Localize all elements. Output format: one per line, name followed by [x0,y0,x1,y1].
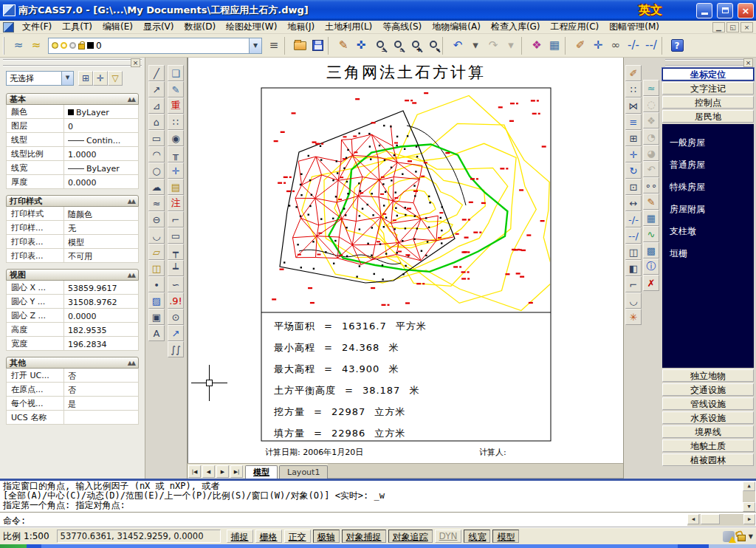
layer-tools-icon[interactable]: ≈ [643,80,659,96]
panel-list-item[interactable]: 房屋附属 [662,198,754,220]
save-icon[interactable] [309,37,326,55]
minimize-button[interactable] [696,3,712,18]
panel-category-button[interactable]: 管线设施 [662,397,754,410]
mdi-close-button[interactable]: × [740,22,753,32]
spline-icon[interactable]: ≈ [148,195,165,211]
zoom-extents-icon[interactable]: ✚ [405,37,423,55]
property-value[interactable]: 随颜色 [64,207,138,220]
layer-combo-dropdown-icon[interactable]: ▾ [249,38,261,53]
property-value[interactable]: 53859.9617 [64,281,138,294]
menu-item[interactable]: 土地利用(L) [320,20,377,34]
pan-icon[interactable]: ✜ [352,37,370,55]
points-icon[interactable]: ∘∘ [643,177,659,193]
slope-line-icon[interactable]: ↗ [168,325,184,341]
object-copy-icon[interactable]: ∞ [607,37,625,55]
object-erase-icon[interactable]: ✐ [571,37,589,55]
palette-grip[interactable] [3,59,142,66]
undo-icon[interactable]: ↶ [449,37,467,55]
rotate-icon[interactable]: ↻ [625,162,642,179]
text-icon[interactable]: A [148,325,165,341]
panel-category-button[interactable]: 文字注记 [662,82,754,95]
blocks-grid-icon[interactable]: ∷ [168,114,184,130]
select-objects-button[interactable]: ✛ [93,71,108,86]
tab-nav-button[interactable]: ▶| [230,465,243,478]
command-hscrollbar[interactable]: ◀ ▶ [687,514,755,526]
command-window[interactable]: 指定窗口的角点, 输入比例因子 (nX 或 nXP), 或者[全部(A)/中心(… [0,479,756,527]
ellipse-icon[interactable]: ⊖ [148,211,165,227]
property-value[interactable]: 模型 [64,235,138,248]
zoom-realtime2-icon[interactable]: ◕ [643,145,659,161]
property-value[interactable]: 0 [64,119,138,132]
panel-list-item[interactable]: 特殊房屋 [662,176,754,198]
property-value[interactable]: ByLayer [64,161,138,174]
copy-icon[interactable]: ∷ [625,81,642,97]
status-toggle-button[interactable]: 正交 [284,530,311,543]
panel-grip[interactable] [665,59,751,66]
extend-icon[interactable]: --/ [625,227,642,244]
panel-list-item[interactable]: 垣栅 [662,242,754,264]
status-toggle-button[interactable]: 对象追踪 [388,530,433,543]
panel-category-button[interactable]: 坐标定位 [662,68,754,81]
property-value[interactable]: 1.0000 [64,147,138,160]
point-icon[interactable]: ∙ [148,276,165,292]
property-value[interactable]: 196.2834 [64,337,138,350]
move-icon[interactable]: ✛ [625,146,642,162]
object-extend-icon[interactable]: --/ [642,37,660,55]
status-menu-arrow-icon[interactable]: ▼ [749,533,753,540]
section-header[interactable]: 基本▲▲ [6,93,139,105]
chamfer-icon[interactable]: ⌐ [625,276,642,292]
menu-item[interactable]: 显示(V) [138,20,179,34]
arc-icon[interactable]: ◠ [148,146,165,162]
status-toggle-button[interactable]: 模型 [492,530,519,543]
entity-erase-icon[interactable]: ✎ [643,193,659,210]
insert-block-icon[interactable]: ▱ [148,244,165,260]
elevation-mark-icon[interactable]: ╥ [168,146,184,162]
menu-item[interactable]: 检查入库(G) [486,20,546,34]
redo-icon[interactable]: ↷ [484,37,502,55]
panel-list-item[interactable]: 普通房屋 [662,154,754,176]
redraw-pencil-icon[interactable]: ✎ [334,37,352,55]
view-undo-icon[interactable]: ↶ [643,161,659,177]
break-point-icon[interactable]: ◧ [625,260,642,276]
panel-category-button[interactable]: 水系设施 [662,411,754,424]
circle-dot-icon[interactable]: ⊙ [168,309,184,325]
pickadd-toggle-button[interactable]: ⊞ [78,71,93,86]
tab-nav-button[interactable]: ▶ [216,465,229,478]
info-icon[interactable]: ⓘ [643,258,659,275]
redo-dropdown-icon[interactable]: ▾ [502,37,520,55]
open-icon[interactable] [291,37,309,55]
menu-item[interactable]: 文件(F) [17,20,57,34]
property-value[interactable]: 不可用 [64,249,138,262]
zoom-realtime-icon[interactable]: ± [370,37,388,55]
revcloud-icon[interactable]: ☁ [148,179,165,195]
section-header[interactable]: 打印样式▲▲ [6,195,139,207]
property-value[interactable]: 否 [64,369,138,382]
menu-item[interactable]: 数据(D) [179,20,221,34]
status-toggle-button[interactable]: DYN [435,530,462,543]
entity-save-icon[interactable]: ▦ [643,210,659,226]
property-value[interactable]: 182.9535 [64,323,138,336]
camera-icon[interactable]: ◉ [168,130,184,146]
zoom-window-icon[interactable]: ▫ [388,37,405,55]
polygon-tool-icon[interactable]: ⌐ [168,211,184,227]
menu-item[interactable]: 编辑(E) [97,20,138,34]
object-trim-icon[interactable]: -/- [625,37,642,55]
ruler-icon[interactable]: ▤ [168,179,184,195]
mdi-restore-button[interactable]: ◱ [726,22,739,32]
construction-line-icon[interactable]: ↗ [148,81,165,97]
fillet-icon[interactable]: ◡ [625,292,642,309]
panel-category-button[interactable]: 居民地 [662,110,754,123]
scroll-right-icon[interactable]: ▶ [743,514,755,524]
trim-icon[interactable]: -/- [625,211,642,227]
annotate-hanzi-icon[interactable]: 注 [168,195,184,211]
panel-category-button[interactable]: 境界线 [662,425,754,438]
rectangle-tool-icon[interactable]: ▭ [168,227,184,244]
layer-manager-icon[interactable]: ▦ [546,37,563,55]
scroll-up-icon[interactable]: ▲ [743,482,755,491]
circle-icon[interactable]: ○ [148,162,165,179]
polyline-icon[interactable]: ⊿ [148,97,165,114]
break-icon[interactable]: ◫ [625,244,642,260]
collapse-icon[interactable]: ▲▲ [128,198,135,205]
layer-previous-icon[interactable]: ≈ [27,37,45,55]
mdi-minimize-button[interactable]: ▁ [712,22,725,32]
